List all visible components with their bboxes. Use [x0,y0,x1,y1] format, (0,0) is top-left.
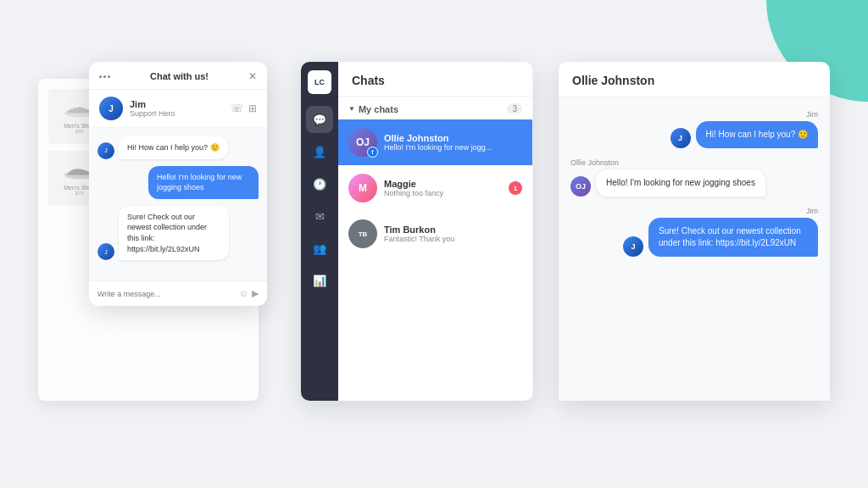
lc-logo: LC [308,70,331,94]
widget-messages: J Hi! How can I help you? 🙂 Hello! I'm l… [89,128,267,280]
dot [108,75,110,78]
message-row: Jim Hi! How can I help you? 🙂 J [570,110,818,148]
message-sender: Jim [570,207,818,215]
left-panel: Men's Shoe $95 Men's Shoe $89 [38,62,275,426]
message-sender: Ollie Johnston [570,158,818,167]
widget-title: Chat with us! [150,71,209,81]
chat-preview: Hello! I'm looking for new jogg... [384,143,522,152]
contact-name: Tim Burkon [384,225,522,235]
widget-header: Chat with us! ✕ [89,62,267,90]
livechat-panel: LC 💬 👤 🕐 ✉ 👥 📊 Chats ▼ My chats 3 OJ [301,62,533,401]
message-bubble: Sure! Check out our newest collection un… [119,206,229,260]
chat-item-maggie[interactable]: M Maggie Nothing too fancy 1 [338,165,532,211]
section-label: My chats [359,104,398,114]
sidebar-item-history[interactable]: 🕐 [306,170,333,197]
message-bubble: Hello! I'm looking for new jogging shoes [596,169,765,197]
message-row: J Hi! How can I help you? 🙂 [97,136,259,159]
chat-info: Maggie Nothing too fancy [384,179,502,197]
agent-name: Jim [130,99,175,109]
section-header-my-chats: ▼ My chats 3 [338,97,532,119]
message-bubble: Sure! Check out our newest collection un… [648,218,818,257]
message-bubble: Hi! How can I help you? 🙂 [119,136,228,159]
product-price: $75 [75,191,84,196]
avatar: OJ [570,176,591,197]
message-bubble: Hi! How can I help you? 🙂 [696,121,818,148]
video-icon[interactable]: ⊞ [248,103,257,114]
chevron-icon: ▼ [348,105,355,113]
section-count: 3 [507,103,522,114]
lc-chat-list: Chats ▼ My chats 3 OJ f Ollie Johnston H… [338,62,533,401]
phone-icon[interactable]: ☏ [231,103,243,114]
close-icon[interactable]: ✕ [248,70,257,82]
agent-role: Support Hero [130,109,175,118]
agent-bar: J Jim Support Hero ☏ ⊞ [89,90,267,128]
avatar: TB [348,219,377,248]
contact-name: Ollie Johnston [384,133,522,143]
main-container: Men's Shoe $95 Men's Shoe $89 [21,45,847,443]
avatar: OJ f [348,128,377,157]
emoji-icon[interactable]: ☺ [239,288,248,299]
avatar: J [623,236,643,257]
agent-info: Jim Support Hero [130,99,175,118]
widget-input-bar: ☺ ▶ [89,280,267,306]
avatar: J [670,128,691,148]
bubble-wrap: Hi! How can I help you? 🙂 J [570,121,818,148]
bubble-wrap: Sure! Check out our newest collection un… [570,218,818,257]
conversation-panel: Ollie Johnston Jim Hi! How can I help yo… [559,62,830,401]
input-icons: ☺ ▶ [239,288,259,299]
avatar: J [99,97,123,120]
chat-item-tim[interactable]: TB Tim Burkon Fantastic! Thank you [338,211,532,257]
conversation-header: Ollie Johnston [559,62,830,97]
chat-preview: Fantastic! Thank you [384,235,522,243]
sidebar-item-team[interactable]: 👥 [306,235,333,262]
dot [103,75,106,78]
avatar: M [348,174,377,202]
message-input[interactable] [97,290,234,298]
chat-widget: Chat with us! ✕ J Jim Support Hero ☏ ⊞ J [89,62,267,306]
conversation-messages: Jim Hi! How can I help you? 🙂 J Ollie Jo… [559,97,830,401]
message-row: J Sure! Check out our newest collection … [97,206,259,260]
sidebar-item-visitors[interactable]: 👤 [306,138,333,165]
agent-avatar-sm: J [97,142,114,159]
agent-avatar-sm: J [97,243,114,260]
send-icon[interactable]: ▶ [252,288,259,299]
message-row: Ollie Johnston OJ Hello! I'm looking for… [570,158,818,197]
message-sender: Jim [570,110,818,119]
dot [99,75,102,78]
chat-preview: Nothing too fancy [384,189,502,197]
section-title: ▼ My chats [348,104,398,114]
facebook-badge: f [367,147,378,158]
sidebar-item-reports[interactable]: 📊 [306,267,333,294]
chat-item-ollie[interactable]: OJ f Ollie Johnston Hello! I'm looking f… [338,119,532,165]
widget-dots [99,75,110,78]
message-row: Hello! I'm looking for new jogging shoes [97,166,259,199]
sidebar-item-chats[interactable]: 💬 [306,106,333,133]
sidebar-item-tickets[interactable]: ✉ [306,202,333,230]
product-price: $95 [75,129,84,134]
message-bubble: Hello! I'm looking for new jogging shoes [148,166,259,199]
chat-info: Tim Burkon Fantastic! Thank you [384,225,522,243]
contact-name: Maggie [384,179,502,189]
chats-header: Chats [338,62,532,97]
message-row: Jim Sure! Check out our newest collectio… [570,207,818,257]
agent-action-icons: ☏ ⊞ [231,103,257,114]
unread-badge: 1 [509,181,522,195]
lc-sidebar: LC 💬 👤 🕐 ✉ 👥 📊 [301,62,338,401]
bubble-wrap: OJ Hello! I'm looking for new jogging sh… [570,169,818,197]
chat-info: Ollie Johnston Hello! I'm looking for ne… [384,133,522,152]
